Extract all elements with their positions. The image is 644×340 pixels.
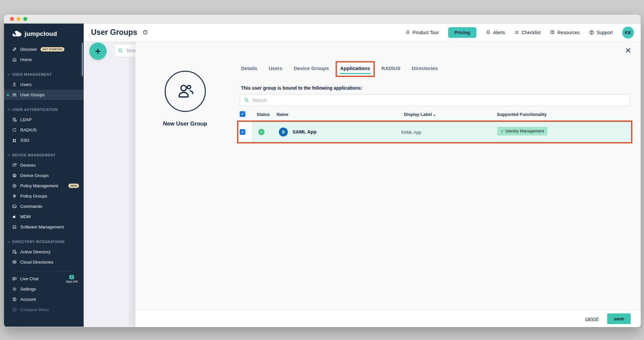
- pricing-button[interactable]: Pricing: [448, 27, 476, 38]
- applications-search-input[interactable]: [252, 98, 626, 103]
- sidebar-item-account[interactable]: Account: [4, 294, 84, 304]
- table-row[interactable]: ✓ S SAML App SAML App ✓ Identity Managem…: [252, 122, 631, 142]
- alerts-button[interactable]: Alerts: [486, 30, 505, 35]
- close-icon[interactable]: ✕: [625, 47, 631, 54]
- chat-bubble-icon: [12, 276, 17, 282]
- column-display-label[interactable]: Display Label▲: [404, 112, 436, 117]
- search-icon: [244, 97, 249, 103]
- panel-footer: cancel save: [135, 310, 641, 327]
- tab-users[interactable]: Users: [269, 65, 282, 71]
- column-name[interactable]: Name: [277, 112, 288, 117]
- table-header: ✓ Status Name Display Label▲ Supported F…: [240, 110, 631, 121]
- bell-icon: [405, 30, 410, 35]
- tab-radius[interactable]: RADIUS: [381, 65, 401, 71]
- search-icon: [118, 48, 123, 53]
- sidebar-item-commands[interactable]: Commands: [4, 201, 84, 212]
- zoom-window-button[interactable]: [23, 17, 27, 21]
- sidebar-item-active-directory[interactable]: Active Directory: [4, 247, 84, 257]
- rocket-icon: [12, 47, 17, 52]
- sidebar-item-collapse-menu[interactable]: Collapse Menu: [4, 304, 84, 315]
- cloud-logo-icon: [12, 31, 22, 37]
- database-icon: [12, 117, 17, 123]
- user-group-icon: [12, 92, 17, 98]
- close-window-button[interactable]: [10, 17, 14, 21]
- minimize-window-button[interactable]: [17, 17, 21, 21]
- jumpcloud-logo: jumpcloud: [4, 28, 84, 40]
- trial-days-badge: 1 days left: [66, 274, 78, 283]
- panel-description: This user group is bound to the followin…: [241, 85, 362, 91]
- chevron-down-icon: [7, 109, 10, 111]
- sidebar-item-devices[interactable]: Devices: [4, 160, 84, 170]
- section-user-authentication[interactable]: USER AUTHENTICATION: [4, 105, 84, 115]
- user-avatar[interactable]: KK: [622, 27, 634, 39]
- gear-icon: [12, 287, 17, 292]
- product-tour-button[interactable]: Product Tour: [405, 30, 439, 35]
- bell-icon: [486, 30, 491, 35]
- sidebar-item-discover[interactable]: Discover GET STARTED: [4, 44, 84, 54]
- app-window: jumpcloud Discover GET STARTED Home USER…: [4, 15, 641, 327]
- tab-device-groups[interactable]: Device Groups: [294, 65, 329, 71]
- user-icon: [12, 82, 17, 87]
- sidebar-item-device-groups[interactable]: Device Groups: [4, 170, 84, 181]
- tab-directories[interactable]: Directories: [412, 65, 438, 71]
- sidebar-item-software-management[interactable]: Software Management: [4, 222, 84, 232]
- devices-icon: [12, 163, 17, 168]
- target-icon: [12, 183, 17, 189]
- logo-wordmark: jumpcloud: [25, 30, 57, 38]
- section-device-management[interactable]: DEVICE MANAGEMENT: [4, 150, 84, 160]
- sidebar-item-users[interactable]: Users: [4, 79, 84, 90]
- chevron-down-icon: [7, 73, 10, 76]
- sidebar-item-home[interactable]: Home: [4, 54, 84, 65]
- new-user-group-panel: ✕ New User Group Details Users Device Gr…: [135, 42, 641, 327]
- arrow-left-circle-icon: [12, 307, 17, 312]
- radius-icon: [12, 128, 17, 133]
- resources-button[interactable]: Resources: [550, 30, 580, 35]
- window-titlebar: [4, 15, 641, 24]
- functionality-badge: ✓ Identity Management: [497, 127, 547, 135]
- content-area: + ✕ New User Group: [84, 42, 641, 327]
- apple-icon: [12, 214, 17, 219]
- select-all-checkbox[interactable]: ✓: [240, 111, 245, 117]
- group-visual: New User Group: [154, 71, 216, 127]
- sidebar-item-live-chat[interactable]: Live Chat 1 days left: [4, 274, 84, 284]
- cluster-icon: [12, 194, 17, 199]
- tab-details[interactable]: Details: [241, 65, 257, 71]
- applications-search-box[interactable]: [240, 94, 630, 106]
- get-started-badge: GET STARTED: [40, 47, 64, 51]
- annotation-highlight-row: ✓ ✓ S SAML App SAML App ✓ Identity Manag…: [237, 121, 632, 143]
- info-icon[interactable]: [142, 30, 148, 35]
- sidebar-item-settings[interactable]: Settings: [4, 284, 84, 294]
- page-header: User Groups Product Tour Pricing Alerts: [84, 24, 641, 42]
- sidebar-item-radius[interactable]: RADIUS: [4, 125, 84, 135]
- column-status[interactable]: Status: [257, 112, 270, 117]
- section-user-management[interactable]: USER MANAGEMENT: [4, 69, 84, 79]
- sidebar-item-cloud-directories[interactable]: Cloud Directories: [4, 257, 84, 267]
- grid-icon: [12, 138, 17, 143]
- sort-asc-icon: ▲: [433, 114, 436, 117]
- account-circle-icon: [12, 297, 17, 302]
- status-active-icon: ✓: [258, 129, 265, 135]
- sidebar-item-sso[interactable]: SSO: [4, 135, 84, 145]
- panel-tabs: Details Users Device Groups Applications…: [241, 65, 438, 71]
- question-circle-icon: [589, 30, 594, 35]
- new-badge: NEW: [68, 184, 79, 188]
- support-button[interactable]: Support: [589, 30, 613, 35]
- sidebar-item-mdm[interactable]: MDM: [4, 212, 84, 222]
- book-icon: [550, 30, 555, 35]
- home-icon: [12, 57, 17, 62]
- check-icon: ✓: [501, 129, 504, 133]
- sidebar-item-ldap[interactable]: LDAP: [4, 115, 84, 125]
- add-user-group-button[interactable]: +: [89, 42, 107, 60]
- app-name: SAML App: [292, 129, 317, 134]
- sidebar-item-policy-groups[interactable]: Policy Groups: [4, 191, 84, 201]
- cancel-button[interactable]: cancel: [585, 316, 598, 321]
- sidebar-item-user-groups[interactable]: User Groups: [4, 90, 84, 100]
- save-button[interactable]: save: [607, 313, 631, 324]
- sidebar-item-policy-management[interactable]: Policy Management NEW: [4, 181, 84, 191]
- stack-icon: [12, 260, 17, 265]
- column-supported-functionality[interactable]: Supported Functionality: [497, 112, 547, 117]
- tab-applications[interactable]: Applications: [340, 65, 370, 71]
- checklist-button[interactable]: Checklist: [514, 30, 540, 35]
- section-directory-integrations[interactable]: DIRECTORY INTEGRATIONS: [4, 237, 84, 247]
- row-checkbox[interactable]: ✓: [240, 129, 245, 135]
